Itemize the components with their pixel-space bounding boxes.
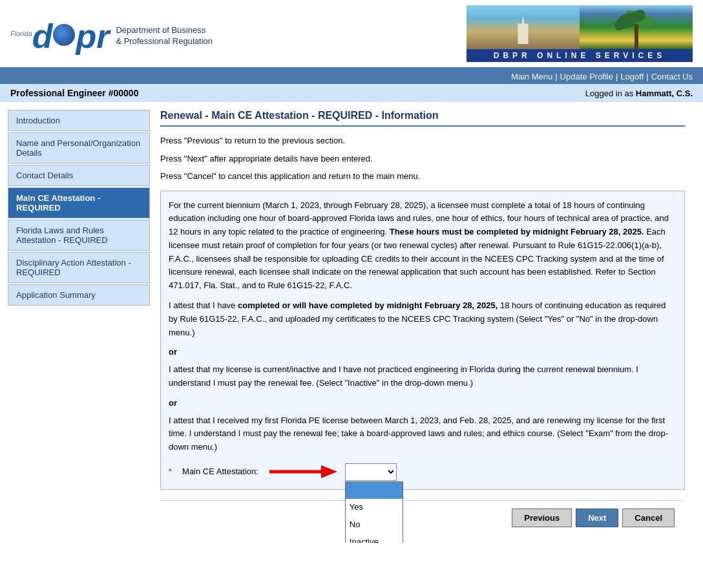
florida-label: Florida	[10, 30, 32, 37]
dbpr-d: d	[32, 19, 53, 53]
dbpr-circle	[53, 24, 75, 46]
sidebar-item-application-summary[interactable]: Application Summary	[8, 284, 150, 306]
main-menu-link[interactable]: Main Menu	[511, 72, 552, 81]
nav-bar: Main Menu | Update Profile | Logoff | Co…	[0, 69, 703, 84]
instruction-3: Press "Cancel" to cancel this applicatio…	[160, 170, 685, 183]
sidebar-item-main-ce[interactable]: Main CE Attestation - REQUIRED	[8, 187, 150, 218]
attestation-row: * Main CE Attestation: Yes No Inactiv	[169, 462, 677, 481]
info-para-1: For the current biennium (March 1, 2023,…	[169, 199, 677, 293]
dropdown-open-panel[interactable]: Yes No Inactive Exam	[345, 481, 403, 543]
user-name: Hammatt, C.S.	[636, 89, 693, 98]
logoff-link[interactable]: Logoff	[620, 72, 644, 81]
dbpr-logo: Florida d pr Department of Business & Pr…	[10, 14, 213, 53]
dbpr-bpr: pr	[76, 19, 109, 53]
arrow-svg	[266, 462, 337, 481]
content-title: Renewal - Main CE Attestation - REQUIRED…	[160, 110, 685, 127]
attest-para-2: I attest that my license is current/inac…	[169, 363, 677, 390]
sidebar: Introduction Name and Personal/Organizat…	[8, 110, 150, 535]
main-layout: Introduction Name and Personal/Organizat…	[0, 102, 703, 543]
update-profile-link[interactable]: Update Profile	[560, 72, 613, 81]
content-area: Renewal - Main CE Attestation - REQUIRED…	[150, 110, 695, 535]
dept-name: Department of Business & Professional Re…	[116, 25, 213, 47]
info-box: For the current biennium (March 1, 2023,…	[160, 191, 685, 490]
attest-para-3: I attest that I received my first Florid…	[169, 414, 677, 454]
or-1: or	[169, 346, 677, 359]
svg-marker-1	[321, 465, 337, 478]
instruction-1: Press "Previous" to return to the previo…	[160, 134, 685, 147]
cancel-button[interactable]: Cancel	[622, 509, 675, 527]
attestation-dropdown-wrapper[interactable]: Yes No Inactive Exam Yes No Inactive Exa…	[345, 463, 397, 481]
sidebar-item-disciplinary[interactable]: Disciplinary Action Attestation - REQUIR…	[8, 252, 150, 283]
sidebar-item-florida-laws[interactable]: Florida Laws and Rules Attestation - REQ…	[8, 220, 150, 251]
page-header: Florida d pr Department of Business & Pr…	[0, 0, 703, 69]
login-info: Logged in as Hammatt, C.S.	[585, 89, 693, 98]
banner-area: DBPR ONLINE SERVICES	[467, 5, 693, 62]
required-star: *	[169, 465, 172, 479]
title-bar: Professional Engineer #00000 Logged in a…	[0, 84, 703, 102]
or-2: or	[169, 397, 677, 410]
dd-option-yes[interactable]: Yes	[346, 499, 403, 516]
dd-option-blank[interactable]	[346, 482, 403, 499]
arrow-indicator	[266, 462, 337, 481]
sidebar-item-introduction[interactable]: Introduction	[8, 110, 150, 131]
banner-photo-capitol	[467, 5, 580, 49]
banner-photo-palm	[580, 5, 693, 49]
online-services-banner: DBPR ONLINE SERVICES	[467, 49, 693, 62]
attestation-select[interactable]: Yes No Inactive Exam	[345, 463, 397, 481]
instruction-2: Press "Next" after appropriate details h…	[160, 152, 685, 165]
button-row: Previous Next Cancel	[160, 500, 685, 535]
sidebar-item-contact-details[interactable]: Contact Details	[8, 165, 150, 186]
attestation-label: Main CE Attestation:	[182, 465, 258, 479]
sidebar-item-name-personal[interactable]: Name and Personal/Organization Details	[8, 132, 150, 163]
dd-option-inactive[interactable]: Inactive	[346, 534, 403, 543]
attest-para-1: I attest that I have completed or will h…	[169, 299, 677, 339]
dd-option-no[interactable]: No	[346, 516, 403, 534]
contact-us-link[interactable]: Contact Us	[651, 72, 693, 81]
page-title: Professional Engineer #00000	[10, 88, 138, 98]
previous-button[interactable]: Previous	[512, 509, 572, 527]
next-button[interactable]: Next	[576, 509, 618, 527]
